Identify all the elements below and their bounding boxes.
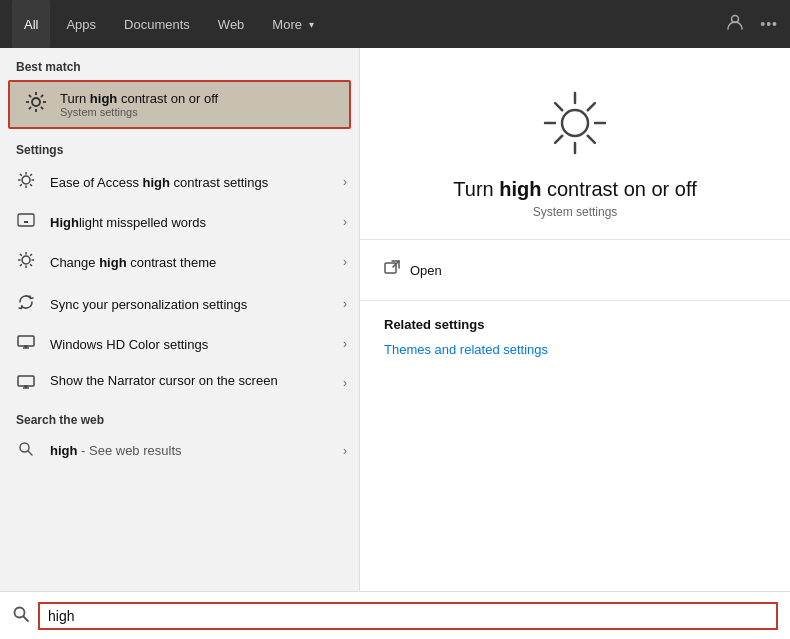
right-sun-icon <box>540 88 610 158</box>
svg-line-35 <box>20 264 22 266</box>
settings-item-ease-access[interactable]: Ease of Access high contrast settings › <box>0 161 359 203</box>
settings-item-sync[interactable]: Sync your personalization settings › <box>0 283 359 325</box>
person-icon[interactable] <box>726 13 744 35</box>
web-search-item[interactable]: high - See web results › <box>0 431 359 470</box>
svg-line-54 <box>555 136 562 143</box>
open-icon <box>384 260 400 280</box>
svg-line-32 <box>20 254 22 256</box>
related-link[interactable]: Themes and related settings <box>384 342 548 357</box>
right-header: Turn high contrast on or off System sett… <box>360 48 790 240</box>
tab-web[interactable]: Web <box>206 0 257 48</box>
svg-point-10 <box>22 176 30 184</box>
open-action[interactable]: Open <box>384 256 766 284</box>
chevron-down-icon: ▾ <box>309 19 314 30</box>
svg-point-1 <box>32 98 40 106</box>
search-bar-icon <box>12 605 30 627</box>
search-input[interactable] <box>38 602 778 630</box>
settings-section-label: Settings <box>0 129 359 161</box>
web-search-icon <box>12 441 40 460</box>
right-title: Turn high contrast on or off <box>453 178 696 201</box>
hd-color-arrow: › <box>343 337 347 351</box>
narrator-text: Show the Narrator cursor on the screen <box>50 373 343 388</box>
svg-point-46 <box>562 110 588 136</box>
related-settings: Related settings Themes and related sett… <box>360 301 790 374</box>
tab-apps[interactable]: Apps <box>54 0 108 48</box>
settings-item-narrator[interactable]: Show the Narrator cursor on the screen › <box>0 363 359 403</box>
tab-documents[interactable]: Documents <box>112 0 202 48</box>
related-title: Related settings <box>384 317 766 332</box>
settings-item-hd-color[interactable]: Windows HD Color settings › <box>0 325 359 363</box>
right-panel: Turn high contrast on or off System sett… <box>360 48 790 639</box>
top-bar-actions: ••• <box>726 13 778 35</box>
svg-rect-36 <box>18 336 34 346</box>
change-contrast-arrow: › <box>343 255 347 269</box>
tab-all[interactable]: All <box>12 0 50 48</box>
highlight-misspelled-arrow: › <box>343 215 347 229</box>
hd-color-icon <box>12 335 40 353</box>
ease-access-icon <box>12 171 40 193</box>
svg-line-17 <box>30 174 32 176</box>
right-title-highlight: high <box>499 178 541 200</box>
best-match-title: Turn high contrast on or off <box>60 91 218 106</box>
change-contrast-text: Change high contrast theme <box>50 255 343 270</box>
best-match-highlight: high <box>90 91 117 106</box>
svg-rect-55 <box>385 263 396 273</box>
svg-line-7 <box>41 107 43 109</box>
svg-line-33 <box>30 264 32 266</box>
main-content: Best match Turn high contrast on or o <box>0 48 790 639</box>
svg-point-27 <box>22 256 30 264</box>
svg-line-53 <box>588 103 595 110</box>
web-section-label: Search the web <box>0 403 359 431</box>
settings-item-change-contrast[interactable]: Change high contrast theme › <box>0 241 359 283</box>
settings-item-highlight-misspelled[interactable]: Highlight misspelled words › <box>0 203 359 241</box>
narrator-icon <box>12 375 40 393</box>
open-label: Open <box>410 263 442 278</box>
svg-line-58 <box>24 616 29 621</box>
tab-more[interactable]: More ▾ <box>260 0 326 48</box>
web-search-text: high - See web results <box>50 443 343 458</box>
web-search-arrow: › <box>343 444 347 458</box>
ellipsis-icon[interactable]: ••• <box>760 16 778 32</box>
right-actions: Open <box>360 240 790 301</box>
svg-line-6 <box>29 95 31 97</box>
narrator-arrow: › <box>343 376 347 390</box>
sync-text: Sync your personalization settings <box>50 297 343 312</box>
best-match-subtitle: System settings <box>60 106 218 118</box>
svg-line-9 <box>29 107 31 109</box>
best-match-item[interactable]: Turn high contrast on or off System sett… <box>8 80 351 129</box>
svg-line-16 <box>30 184 32 186</box>
sync-icon <box>12 293 40 315</box>
left-panel: Best match Turn high contrast on or o <box>0 48 360 639</box>
ease-access-arrow: › <box>343 175 347 189</box>
best-match-text: Turn high contrast on or off System sett… <box>60 91 218 118</box>
svg-line-8 <box>41 95 43 97</box>
change-contrast-icon <box>12 251 40 273</box>
keyboard-icon <box>12 213 40 231</box>
best-match-sun-icon <box>22 90 50 119</box>
svg-line-34 <box>30 254 32 256</box>
svg-line-18 <box>20 184 22 186</box>
svg-rect-40 <box>18 376 34 386</box>
sync-arrow: › <box>343 297 347 311</box>
right-subtitle: System settings <box>533 205 618 219</box>
svg-line-52 <box>588 136 595 143</box>
svg-line-45 <box>28 451 32 455</box>
best-match-label: Best match <box>0 48 359 80</box>
hd-color-text: Windows HD Color settings <box>50 337 343 352</box>
svg-line-15 <box>20 174 22 176</box>
top-bar: All Apps Documents Web More ▾ ••• <box>0 0 790 48</box>
svg-rect-19 <box>18 214 34 226</box>
ease-access-text: Ease of Access high contrast settings <box>50 175 343 190</box>
search-bar <box>0 591 790 639</box>
highlight-misspelled-text: Highlight misspelled words <box>50 215 343 230</box>
svg-line-51 <box>555 103 562 110</box>
top-bar-tabs: All Apps Documents Web More ▾ <box>12 0 726 48</box>
